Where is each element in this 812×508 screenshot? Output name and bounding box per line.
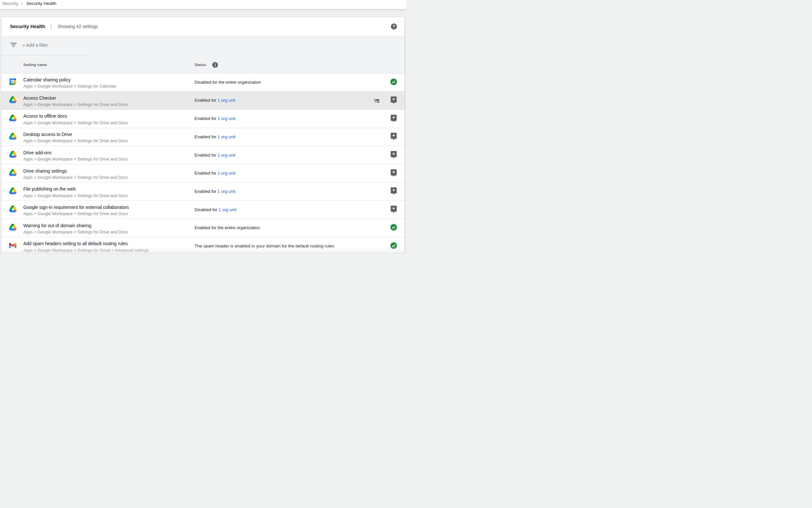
svg-text:31: 31 — [11, 80, 14, 83]
svg-text:?: ? — [392, 24, 395, 29]
